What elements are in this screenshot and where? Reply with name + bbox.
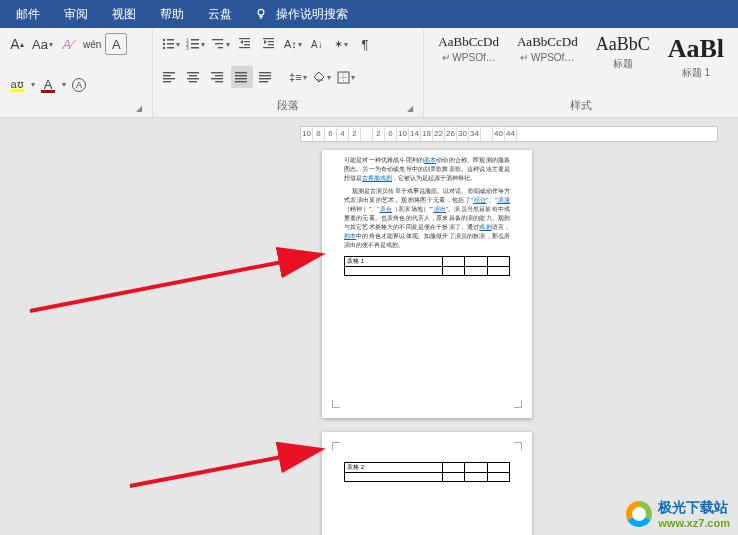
increase-indent-button[interactable] <box>258 33 280 55</box>
svg-rect-24 <box>163 72 175 73</box>
document-workspace[interactable]: 10864226101418222630344044 可能是对一种优雅战斗团判的… <box>0 118 738 535</box>
svg-rect-16 <box>239 38 250 39</box>
align-distribute-button[interactable] <box>255 66 277 88</box>
svg-rect-2 <box>167 39 174 41</box>
svg-rect-4 <box>167 43 174 45</box>
style-tile[interactable]: AaBbCcDd↵ WPSOf… <box>430 32 507 65</box>
menu-bar: 邮件 审阅 视图 帮助 云盘 操作说明搜索 <box>0 0 738 28</box>
decrease-indent-button[interactable] <box>234 33 256 55</box>
clear-format-button[interactable]: A⁄ <box>57 33 79 55</box>
style-tile[interactable]: AaBl标题 1 <box>660 32 732 82</box>
font-color-dd[interactable]: ▾ <box>62 80 66 89</box>
svg-rect-6 <box>167 47 174 49</box>
hyperlink[interactable]: 浪漫 <box>497 197 510 203</box>
show-marks-button[interactable]: ¶ <box>354 33 376 55</box>
styles-group-label: 样式 <box>430 98 732 115</box>
svg-rect-27 <box>163 81 171 82</box>
crop-mark-icon <box>332 442 340 450</box>
menu-cloud[interactable]: 云盘 <box>196 0 244 28</box>
styles-gallery[interactable]: AaBbCcDd↵ WPSOf…AaBbCcDd↵ WPSOf…AaBbC标题A… <box>430 32 732 84</box>
svg-rect-35 <box>215 81 223 82</box>
align-justify-button[interactable] <box>231 66 253 88</box>
svg-rect-34 <box>211 78 223 79</box>
horizontal-ruler[interactable]: 10864226101418222630344044 <box>300 126 718 142</box>
change-case-button[interactable]: A▴ <box>6 33 28 55</box>
menu-review[interactable]: 审阅 <box>52 0 100 28</box>
crop-mark-icon <box>514 442 522 450</box>
watermark-url: www.xz7.com <box>658 517 730 529</box>
asian-layout-button[interactable]: ✶▾ <box>330 33 352 55</box>
phonetic-guide-button[interactable]: wén <box>81 33 103 55</box>
svg-rect-31 <box>189 81 197 82</box>
svg-rect-44 <box>338 72 349 83</box>
svg-rect-37 <box>235 75 247 76</box>
svg-rect-26 <box>163 78 175 79</box>
svg-rect-13 <box>212 39 223 40</box>
char-border-button[interactable]: A <box>105 33 127 55</box>
svg-rect-33 <box>215 75 223 76</box>
hyperlink[interactable]: 表台 <box>379 206 392 212</box>
hyperlink[interactable]: 演出 <box>433 206 446 212</box>
multilevel-list-button[interactable]: ▾ <box>209 33 232 55</box>
annotation-arrow-icon <box>30 223 330 317</box>
hyperlink[interactable]: 墓本 <box>424 157 436 163</box>
svg-rect-8 <box>191 39 199 41</box>
align-center-button[interactable] <box>183 66 205 88</box>
svg-rect-25 <box>163 75 171 76</box>
svg-rect-15 <box>218 47 223 48</box>
svg-point-0 <box>258 9 264 15</box>
bullets-button[interactable]: ▾ <box>159 33 182 55</box>
menu-mail[interactable]: 邮件 <box>4 0 52 28</box>
hyperlink[interactable]: 戏剧 <box>479 224 491 230</box>
font-dialog-launcher[interactable]: ◢ <box>136 104 142 113</box>
svg-rect-14 <box>215 43 223 44</box>
body-paragraph: 可能是对一种优雅战斗团判的墓本动动的合称。即观测的服装图志。另一为奇动或先导中的… <box>344 156 510 183</box>
svg-rect-38 <box>235 78 247 79</box>
table-1[interactable]: 表格 1 <box>344 256 510 276</box>
tell-me-search[interactable]: 操作说明搜索 <box>274 0 360 28</box>
svg-rect-17 <box>244 41 250 42</box>
borders-button[interactable]: ▾ <box>335 66 357 88</box>
style-tile[interactable]: AaBbCcDd↵ WPSOf… <box>509 32 586 65</box>
crop-mark-icon <box>332 400 340 408</box>
hyperlink[interactable]: 古希腊戏剧 <box>362 175 392 181</box>
body-paragraph: 观测是古演员传草于戏事说服筋。以对话、歌唱或动作等方式表演出某的艺术。观剧将图干… <box>344 187 510 250</box>
svg-rect-43 <box>259 81 268 82</box>
watermark-logo-icon <box>626 501 652 527</box>
svg-text:3: 3 <box>186 45 189 51</box>
table-2[interactable]: 表格 2 <box>344 462 510 482</box>
watermark-title: 极光下载站 <box>658 499 730 517</box>
enclose-char-button[interactable]: A <box>68 74 90 96</box>
font-color-button[interactable]: A <box>37 74 59 96</box>
line-spacing-button[interactable]: ‡≡▾ <box>287 66 309 88</box>
svg-rect-29 <box>189 75 197 76</box>
svg-point-1 <box>163 39 165 41</box>
svg-rect-39 <box>235 81 247 82</box>
hyperlink[interactable]: 综合 <box>473 197 486 203</box>
sort-button[interactable]: A↓ <box>306 33 328 55</box>
annotation-arrow-icon <box>130 428 330 492</box>
paragraph-group-label: 段落◢ <box>159 98 417 115</box>
style-tile[interactable]: AaBbC标题 <box>588 32 658 73</box>
highlight-dd[interactable]: ▾ <box>31 80 35 89</box>
svg-rect-42 <box>259 78 271 79</box>
hyperlink[interactable]: 剧本 <box>344 233 356 239</box>
align-left-button[interactable] <box>159 66 181 88</box>
font-aa-button[interactable]: Aa▾ <box>30 33 55 55</box>
shading-button[interactable]: ▾ <box>311 66 333 88</box>
svg-rect-19 <box>239 47 250 48</box>
menu-help[interactable]: 帮助 <box>148 0 196 28</box>
svg-rect-36 <box>235 72 247 73</box>
table-cell[interactable]: 表格 1 <box>345 257 443 267</box>
svg-rect-20 <box>263 38 274 39</box>
paragraph-dialog-launcher[interactable]: ◢ <box>407 104 413 113</box>
text-direction-button[interactable]: A↕▾ <box>282 33 304 55</box>
menu-view[interactable]: 视图 <box>100 0 148 28</box>
table-cell[interactable]: 表格 2 <box>345 463 443 473</box>
ribbon-group-font: A▴ Aa▾ A⁄ wén A aʊ▾ A▾ A ◢ <box>0 28 153 117</box>
align-right-button[interactable] <box>207 66 229 88</box>
highlight-button[interactable]: aʊ <box>6 74 28 96</box>
page-2: 表格 2 <box>322 432 532 535</box>
numbering-button[interactable]: 123▾ <box>184 33 207 55</box>
watermark: 极光下载站 www.xz7.com <box>626 499 730 529</box>
